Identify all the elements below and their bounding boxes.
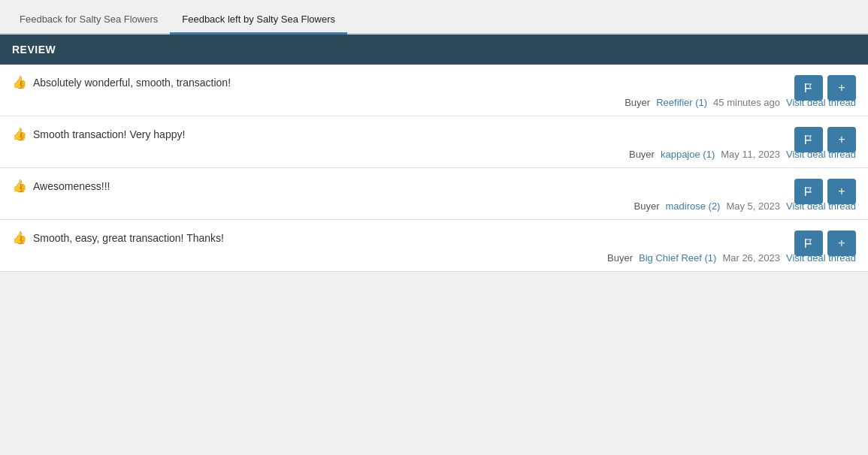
review-text: 👍Awesomeness!!! (12, 179, 856, 193)
review-item: +👍Smooth transaction! Very happy!Buyerka… (0, 116, 868, 168)
review-item: +👍Absolutely wonderful, smooth, transact… (0, 65, 868, 116)
action-buttons: + (794, 231, 856, 256)
flag-button[interactable] (794, 231, 823, 256)
review-username[interactable]: madirose (2) (665, 200, 720, 212)
review-text: 👍Smooth, easy, great transaction! Thanks… (12, 231, 856, 245)
review-date: May 11, 2023 (721, 149, 780, 160)
review-header-label: REVIEW (12, 44, 56, 56)
flag-icon (803, 185, 815, 197)
tab-feedback-for[interactable]: Feedback for Salty Sea Flowers (8, 6, 170, 35)
plus-button[interactable]: + (827, 75, 856, 101)
review-meta: BuyerBig Chief Reef (1)Mar 26, 2023Visit… (12, 252, 856, 264)
action-buttons: + (794, 127, 856, 152)
thumbs-up-icon: 👍 (12, 179, 27, 193)
review-text: 👍Smooth transaction! Very happy! (12, 127, 856, 141)
review-date: 45 minutes ago (713, 97, 780, 108)
main-content: REVIEW +👍Absolutely wonderful, smooth, t… (0, 35, 868, 272)
review-meta: Buyermadirose (2)May 5, 2023Visit deal t… (12, 200, 856, 212)
flag-icon (803, 134, 815, 146)
plus-button[interactable]: + (827, 231, 856, 256)
flag-button[interactable] (794, 127, 823, 152)
thumbs-up-icon: 👍 (12, 75, 27, 89)
review-date: May 5, 2023 (726, 200, 780, 212)
review-role: Buyer (625, 97, 650, 108)
flag-icon (803, 237, 815, 249)
review-item: +👍Awesomeness!!!Buyermadirose (2)May 5, … (0, 168, 868, 220)
flag-button[interactable] (794, 179, 823, 204)
flag-icon (803, 82, 815, 94)
review-date: Mar 26, 2023 (722, 252, 780, 264)
review-role: Buyer (607, 252, 633, 264)
tab-feedback-left[interactable]: Feedback left by Salty Sea Flowers (170, 6, 347, 35)
review-username[interactable]: Big Chief Reef (1) (639, 252, 716, 264)
review-role: Buyer (629, 149, 655, 160)
review-username[interactable]: Reefifier (1) (656, 97, 707, 108)
plus-button[interactable]: + (827, 179, 856, 204)
reviews-list: +👍Absolutely wonderful, smooth, transact… (0, 65, 868, 272)
tabs-bar: Feedback for Salty Sea FlowersFeedback l… (0, 0, 868, 35)
review-meta: Buyerkappajoe (1)May 11, 2023Visit deal … (12, 149, 856, 160)
review-content: Awesomeness!!! (33, 180, 110, 192)
review-content: Absolutely wonderful, smooth, transactio… (33, 77, 231, 89)
review-content: Smooth transaction! Very happy! (33, 128, 185, 140)
review-header: REVIEW (0, 35, 868, 65)
thumbs-up-icon: 👍 (12, 127, 27, 141)
action-buttons: + (794, 179, 856, 204)
action-buttons: + (794, 75, 856, 101)
review-role: Buyer (634, 200, 660, 212)
review-item: +👍Smooth, easy, great transaction! Thank… (0, 220, 868, 272)
flag-button[interactable] (794, 75, 823, 101)
thumbs-up-icon: 👍 (12, 231, 27, 245)
plus-button[interactable]: + (827, 127, 856, 152)
review-meta: BuyerReefifier (1)45 minutes agoVisit de… (12, 97, 856, 108)
review-text: 👍Absolutely wonderful, smooth, transacti… (12, 75, 856, 89)
review-username[interactable]: kappajoe (1) (661, 149, 715, 160)
review-content: Smooth, easy, great transaction! Thanks! (33, 232, 224, 244)
